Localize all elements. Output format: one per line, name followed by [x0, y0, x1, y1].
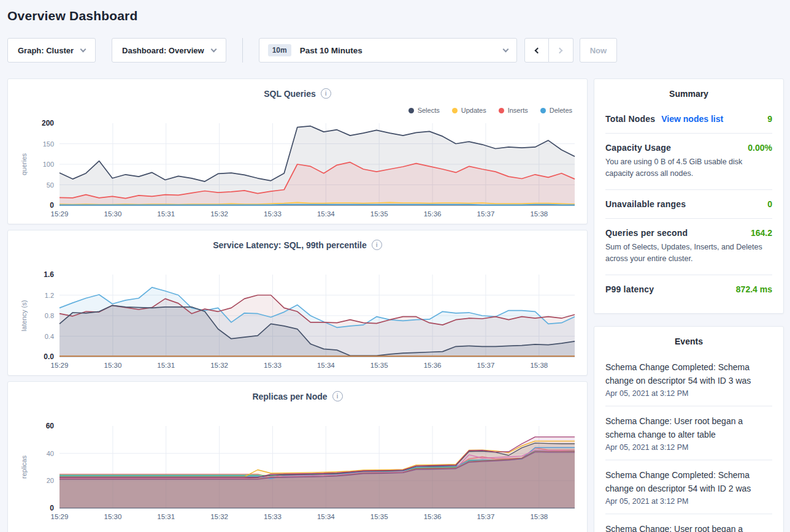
svg-text:queries: queries: [20, 153, 28, 175]
time-range-badge: 10m: [268, 44, 291, 56]
time-range-selector[interactable]: 10m Past 10 Minutes: [259, 38, 517, 63]
svg-text:40: 40: [47, 450, 54, 457]
legend-item-updates[interactable]: Updates: [452, 107, 486, 114]
capacity-value: 0.00%: [748, 143, 772, 153]
svg-text:15:30: 15:30: [104, 513, 122, 520]
view-nodes-list-link[interactable]: View nodes list: [661, 114, 723, 124]
chart-title: Replicas per Node: [252, 392, 327, 401]
svg-text:15:30: 15:30: [104, 210, 122, 218]
svg-text:15:33: 15:33: [264, 210, 282, 218]
capacity-description: You are using 0 B of 4.5 GiB usable disk…: [605, 156, 772, 180]
time-step-buttons: [524, 38, 573, 63]
chart-title-row: Replicas per Node: [18, 390, 577, 404]
svg-text:0.0: 0.0: [44, 352, 54, 361]
event-message: Schema Change Completed: Schema change o…: [605, 468, 772, 495]
svg-text:15:29: 15:29: [51, 362, 69, 369]
toolbar: Graph: Cluster Dashboard: Overview 10m P…: [7, 38, 783, 63]
summary-row-total-nodes: Total Nodes View nodes list 9: [605, 105, 772, 134]
chart-title-row: Service Latency: SQL, 99th percentile: [18, 239, 577, 253]
svg-text:15:37: 15:37: [477, 210, 495, 218]
total-nodes-label: Total Nodes: [605, 114, 655, 124]
svg-text:15:31: 15:31: [157, 513, 175, 520]
time-range-label: Past 10 Minutes: [300, 46, 362, 55]
qps-label: Queries per second: [605, 228, 688, 238]
svg-text:15:36: 15:36: [424, 513, 442, 520]
qps-description: Sum of Selects, Updates, Inserts, and De…: [605, 241, 772, 265]
svg-text:latency (s): latency (s): [20, 300, 28, 332]
svg-text:15:34: 15:34: [317, 210, 335, 218]
svg-text:15:35: 15:35: [370, 362, 388, 369]
unavailable-ranges-label: Unavailable ranges: [605, 199, 686, 209]
chevron-right-icon: [557, 47, 563, 53]
event-message: Schema Change: User root began a schema …: [605, 522, 772, 532]
svg-text:0: 0: [50, 201, 54, 210]
legend-item-inserts[interactable]: Inserts: [499, 107, 528, 114]
info-icon[interactable]: [372, 240, 382, 250]
event-item[interactable]: Schema Change: User root began a schema …: [605, 406, 772, 460]
svg-text:150: 150: [43, 140, 54, 148]
svg-text:15:29: 15:29: [51, 210, 69, 218]
svg-text:15:31: 15:31: [157, 362, 175, 369]
chart-card-service-latency: Service Latency: SQL, 99th percentile 0.…: [7, 230, 588, 376]
info-icon[interactable]: [321, 88, 331, 99]
chart-legend: [18, 253, 577, 271]
chart-title-row: SQL Queries: [18, 88, 577, 101]
svg-text:0.8: 0.8: [45, 312, 54, 319]
sql-queries-chart[interactable]: 05010015020015:2915:3015:3115:3215:3315:…: [18, 120, 578, 224]
graph-selector-dropdown[interactable]: Graph: Cluster: [7, 38, 96, 63]
svg-text:15:34: 15:34: [317, 362, 335, 369]
legend-item-deletes[interactable]: Deletes: [540, 107, 572, 114]
summary-row-qps: Queries per second 164.2 Sum of Selects,…: [605, 219, 772, 275]
chart-title: Service Latency: SQL, 99th percentile: [213, 240, 367, 250]
event-item[interactable]: Schema Change Completed: Schema change o…: [605, 460, 772, 514]
event-item[interactable]: Schema Change: User root began a schema …: [605, 514, 772, 532]
summary-title: Summary: [605, 89, 772, 99]
chart-legend: SelectsUpdatesInsertsDeletes: [18, 101, 577, 120]
replicas-per-node-chart[interactable]: 020406015:2915:3015:3115:3215:3315:3415:…: [18, 422, 578, 528]
svg-text:15:35: 15:35: [370, 513, 388, 520]
svg-text:15:32: 15:32: [210, 210, 228, 218]
capacity-label: Capacity Usage: [605, 143, 671, 153]
event-timestamp: Apr 05, 2021 at 3:12 PM: [605, 443, 772, 452]
legend-dot: [540, 108, 546, 113]
page-title: Overview Dashboard: [7, 9, 783, 23]
svg-text:15:32: 15:32: [210, 362, 228, 369]
event-timestamp: Apr 05, 2021 at 3:12 PM: [605, 497, 772, 506]
svg-text:15:36: 15:36: [424, 362, 442, 369]
service-latency-chart[interactable]: 0.00.40.81.21.615:2915:3015:3115:3215:33…: [18, 271, 578, 376]
chart-card-replicas-per-node: Replicas per Node 020406015:2915:3015:31…: [7, 381, 588, 532]
time-prev-button[interactable]: [524, 38, 549, 63]
p99-latency-label: P99 latency: [605, 284, 654, 294]
legend-dot: [408, 108, 414, 113]
chevron-down-icon: [502, 47, 508, 53]
time-next-button[interactable]: [549, 38, 573, 63]
svg-text:15:29: 15:29: [51, 513, 69, 520]
event-item[interactable]: Schema Change Completed: Schema change o…: [605, 352, 772, 406]
event-message: Schema Change Completed: Schema change o…: [605, 360, 772, 387]
info-icon[interactable]: [332, 391, 343, 401]
chart-legend: [18, 404, 577, 422]
p99-latency-value: 872.4 ms: [736, 284, 772, 294]
event-timestamp: Apr 05, 2021 at 3:12 PM: [605, 389, 772, 398]
legend-item-selects[interactable]: Selects: [408, 107, 440, 114]
chart-title: SQL Queries: [264, 89, 316, 99]
now-button[interactable]: Now: [580, 38, 617, 63]
dashboard-selector-dropdown[interactable]: Dashboard: Overview: [112, 38, 226, 63]
svg-text:200: 200: [42, 120, 54, 127]
sidebar: Summary Total Nodes View nodes list 9 Ca…: [594, 78, 784, 532]
total-nodes-value: 9: [767, 114, 772, 124]
page-root: Overview Dashboard Graph: Cluster Dashbo…: [0, 0, 790, 532]
dashboard-selector-label: Dashboard: Overview: [122, 46, 204, 55]
events-panel: Events Schema Change Completed: Schema c…: [594, 326, 784, 532]
svg-text:15:32: 15:32: [210, 513, 228, 520]
svg-text:15:33: 15:33: [264, 513, 282, 520]
svg-text:15:31: 15:31: [157, 210, 175, 218]
svg-text:15:38: 15:38: [530, 362, 548, 369]
svg-text:15:38: 15:38: [530, 513, 548, 520]
legend-dot: [452, 108, 458, 113]
svg-text:1.2: 1.2: [45, 292, 54, 299]
toolbar-divider: [242, 38, 243, 63]
main-content: SQL Queries SelectsUpdatesInsertsDeletes…: [7, 78, 783, 532]
svg-text:20: 20: [47, 477, 54, 484]
svg-text:15:37: 15:37: [477, 513, 495, 520]
